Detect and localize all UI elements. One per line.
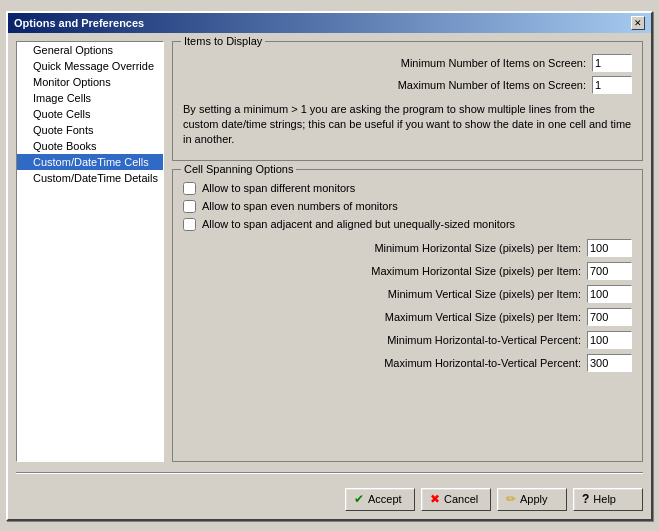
button-bar: ✔ Accept ✖ Cancel ✏ Apply ? Help xyxy=(16,484,643,511)
cell-spanning-group: Cell Spanning Options Allow to span diff… xyxy=(172,169,643,462)
cancel-button[interactable]: ✖ Cancel xyxy=(421,488,491,511)
max-hv-label: Maximum Horizontal-to-Vertical Percent: xyxy=(183,357,587,369)
min-hv-input[interactable] xyxy=(587,331,632,349)
min-vert-label: Minimum Vertical Size (pixels) per Item: xyxy=(183,288,587,300)
items-to-display-title: Items to Display xyxy=(181,35,265,47)
max-vert-input[interactable] xyxy=(587,308,632,326)
items-to-display-group: Items to Display Minimum Number of Items… xyxy=(172,41,643,161)
cell-spanning-title: Cell Spanning Options xyxy=(181,163,296,175)
max-horiz-input[interactable] xyxy=(587,262,632,280)
max-vert-row: Maximum Vertical Size (pixels) per Item: xyxy=(183,308,632,326)
items-info-text: By setting a minimum > 1 you are asking … xyxy=(183,98,632,150)
apply-icon: ✏ xyxy=(506,492,516,506)
sidebar-item-general-options[interactable]: General Options xyxy=(17,42,163,58)
button-divider xyxy=(16,472,643,474)
span-adjacent-label: Allow to span adjacent and aligned but u… xyxy=(202,218,515,230)
window-title: Options and Preferences xyxy=(14,17,144,29)
content-area: Items to Display Minimum Number of Items… xyxy=(172,41,643,462)
checkbox-span-different: Allow to span different monitors xyxy=(183,182,632,195)
max-hv-percent-row: Maximum Horizontal-to-Vertical Percent: xyxy=(183,354,632,372)
min-hv-label: Minimum Horizontal-to-Vertical Percent: xyxy=(183,334,587,346)
cancel-icon: ✖ xyxy=(430,492,440,506)
min-items-label: Minimum Number of Items on Screen: xyxy=(183,57,592,69)
sidebar: General Options Quick Message Override M… xyxy=(16,41,164,462)
sidebar-item-custom-datetime-cells[interactable]: Custom/DateTime Cells xyxy=(17,154,163,170)
min-hv-percent-row: Minimum Horizontal-to-Vertical Percent: xyxy=(183,331,632,349)
min-horiz-row: Minimum Horizontal Size (pixels) per Ite… xyxy=(183,239,632,257)
accept-button[interactable]: ✔ Accept xyxy=(345,488,415,511)
main-window: Options and Preferences ✕ General Option… xyxy=(6,11,653,521)
sidebar-item-quote-fonts[interactable]: Quote Fonts xyxy=(17,122,163,138)
checkbox-span-even: Allow to span even numbers of monitors xyxy=(183,200,632,213)
accept-icon: ✔ xyxy=(354,492,364,506)
max-items-row: Maximum Number of Items on Screen: xyxy=(183,76,632,94)
min-horiz-label: Minimum Horizontal Size (pixels) per Ite… xyxy=(183,242,587,254)
window-body: General Options Quick Message Override M… xyxy=(8,33,651,519)
sidebar-item-quick-message[interactable]: Quick Message Override xyxy=(17,58,163,74)
max-vert-label: Maximum Vertical Size (pixels) per Item: xyxy=(183,311,587,323)
accept-label: Accept xyxy=(368,493,402,505)
span-different-label: Allow to span different monitors xyxy=(202,182,355,194)
close-button[interactable]: ✕ xyxy=(631,16,645,30)
max-items-label: Maximum Number of Items on Screen: xyxy=(183,79,592,91)
help-button[interactable]: ? Help xyxy=(573,488,643,511)
sidebar-item-custom-datetime-details[interactable]: Custom/DateTime Details xyxy=(17,170,163,186)
min-items-input[interactable] xyxy=(592,54,632,72)
main-content: General Options Quick Message Override M… xyxy=(16,41,643,462)
max-hv-input[interactable] xyxy=(587,354,632,372)
cancel-label: Cancel xyxy=(444,493,478,505)
min-vert-input[interactable] xyxy=(587,285,632,303)
checkbox-span-adjacent: Allow to span adjacent and aligned but u… xyxy=(183,218,632,231)
spanning-fields: Minimum Horizontal Size (pixels) per Ite… xyxy=(183,239,632,372)
min-items-row: Minimum Number of Items on Screen: xyxy=(183,54,632,72)
span-even-checkbox[interactable] xyxy=(183,200,196,213)
min-vert-row: Minimum Vertical Size (pixels) per Item: xyxy=(183,285,632,303)
title-bar: Options and Preferences ✕ xyxy=(8,13,651,33)
sidebar-item-quote-books[interactable]: Quote Books xyxy=(17,138,163,154)
help-label: Help xyxy=(593,493,616,505)
max-items-input[interactable] xyxy=(592,76,632,94)
span-even-label: Allow to span even numbers of monitors xyxy=(202,200,398,212)
max-horiz-row: Maximum Horizontal Size (pixels) per Ite… xyxy=(183,262,632,280)
span-adjacent-checkbox[interactable] xyxy=(183,218,196,231)
sidebar-item-quote-cells[interactable]: Quote Cells xyxy=(17,106,163,122)
max-horiz-label: Maximum Horizontal Size (pixels) per Ite… xyxy=(183,265,587,277)
checkboxes-section: Allow to span different monitors Allow t… xyxy=(183,182,632,231)
help-icon: ? xyxy=(582,492,589,506)
span-different-checkbox[interactable] xyxy=(183,182,196,195)
apply-button[interactable]: ✏ Apply xyxy=(497,488,567,511)
min-horiz-input[interactable] xyxy=(587,239,632,257)
sidebar-item-image-cells[interactable]: Image Cells xyxy=(17,90,163,106)
sidebar-item-monitor-options[interactable]: Monitor Options xyxy=(17,74,163,90)
apply-label: Apply xyxy=(520,493,548,505)
